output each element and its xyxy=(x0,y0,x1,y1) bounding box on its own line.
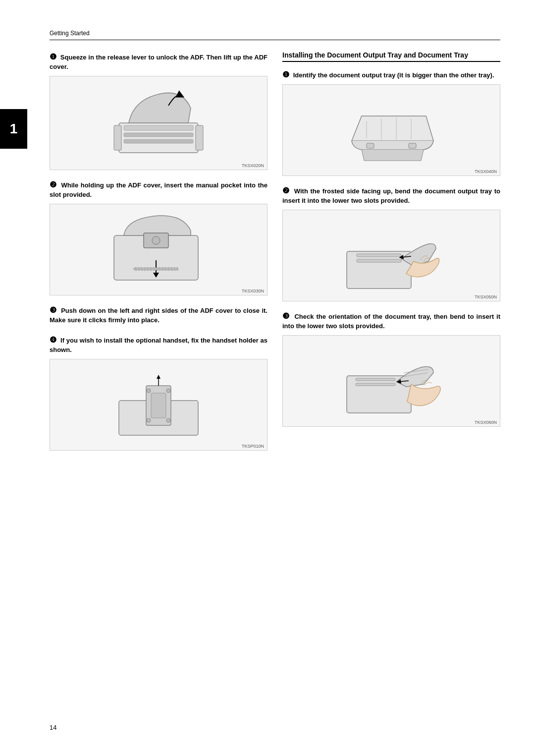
right-step-2: ❷ With the frosted side facing up, bend … xyxy=(282,185,500,301)
step1-caption: TKSX020N xyxy=(242,163,264,168)
svg-point-16 xyxy=(147,418,151,422)
rstep2-svg xyxy=(337,217,446,295)
page: 1 Getting Started ❶ Squeeze in the relea… xyxy=(0,0,535,756)
header-text: Getting Started xyxy=(50,30,90,37)
svg-rect-29 xyxy=(357,259,401,262)
chapter-tab: 1 xyxy=(0,109,27,149)
rstep1-svg xyxy=(337,91,446,170)
rstep2-number: ❷ xyxy=(282,186,290,195)
step2-text: ❷ While holding up the ADF cover, insert… xyxy=(50,179,268,200)
svg-point-17 xyxy=(166,418,170,422)
rstep1-number: ❶ xyxy=(282,70,289,79)
section-title: Installing the Document Output Tray and … xyxy=(282,51,500,59)
step1-text: ❶ Squeeze in the release lever to unlock… xyxy=(50,51,268,72)
step2-caption: TKSX030N xyxy=(242,289,264,293)
svg-point-15 xyxy=(166,389,170,393)
svg-rect-33 xyxy=(356,378,395,381)
svg-rect-3 xyxy=(124,139,193,143)
rstep1-caption: TKSX040N xyxy=(475,169,497,174)
svg-rect-25 xyxy=(367,143,374,148)
page-header: Getting Started xyxy=(50,30,500,40)
step3-text: ❸ Push down on the left and right sides … xyxy=(50,304,268,325)
page-number: 14 xyxy=(50,724,56,731)
svg-rect-26 xyxy=(409,143,416,148)
svg-rect-34 xyxy=(356,383,395,386)
left-step-2: ❷ While holding up the ADF cover, insert… xyxy=(50,179,268,295)
left-step-1: ❶ Squeeze in the release lever to unlock… xyxy=(50,51,268,170)
rstep1-text: ❶ Identify the document output tray (it … xyxy=(282,69,500,80)
svg-marker-20 xyxy=(157,375,160,379)
step3-number: ❸ xyxy=(50,306,57,314)
section-heading: Installing the Document Output Tray and … xyxy=(282,51,500,62)
svg-rect-4 xyxy=(114,125,121,150)
rstep2-image: TKSX050N xyxy=(282,210,500,301)
chapter-number: 1 xyxy=(10,121,18,137)
rstep1-image: TKSX040N xyxy=(282,84,500,176)
step1-svg xyxy=(104,83,213,163)
step1-number: ❶ xyxy=(50,53,56,61)
rstep3-text: ❸ Check the orientation of the document … xyxy=(282,310,500,331)
left-step-4: ❹ If you wish to install the optional ha… xyxy=(50,334,268,451)
rstep3-svg xyxy=(337,342,446,420)
step4-svg xyxy=(104,366,213,444)
step2-number: ❷ xyxy=(50,180,57,189)
step1-image: TKSX020N xyxy=(50,76,268,170)
svg-point-8 xyxy=(152,236,160,244)
svg-rect-5 xyxy=(196,125,203,150)
svg-point-14 xyxy=(147,389,151,393)
rstep3-caption: TKSX060N xyxy=(475,420,497,425)
rstep3-image: TKSX060N xyxy=(282,335,500,427)
rstep3-number: ❸ xyxy=(282,312,290,320)
main-content: ❶ Squeeze in the release lever to unlock… xyxy=(50,51,500,460)
right-step-3: ❸ Check the orientation of the document … xyxy=(282,310,500,427)
svg-rect-28 xyxy=(357,254,401,257)
right-column: Installing the Document Output Tray and … xyxy=(282,51,500,460)
step2-image: TKSX030N xyxy=(50,204,268,295)
right-step-1: ❶ Identify the document output tray (it … xyxy=(282,69,500,176)
left-step-3: ❸ Push down on the left and right sides … xyxy=(50,304,268,325)
svg-rect-18 xyxy=(151,393,166,418)
svg-rect-1 xyxy=(124,125,193,130)
svg-rect-11 xyxy=(134,268,178,270)
step4-image: TKSP010N xyxy=(50,359,268,451)
svg-rect-2 xyxy=(124,133,193,137)
step2-svg xyxy=(104,211,213,289)
step4-text: ❹ If you wish to install the optional ha… xyxy=(50,334,268,355)
rstep2-caption: TKSX050N xyxy=(475,294,497,299)
rstep2-text: ❷ With the frosted side facing up, bend … xyxy=(282,185,500,206)
step4-caption: TKSP010N xyxy=(242,444,264,449)
step4-number: ❹ xyxy=(50,336,56,344)
left-column: ❶ Squeeze in the release lever to unlock… xyxy=(50,51,268,460)
